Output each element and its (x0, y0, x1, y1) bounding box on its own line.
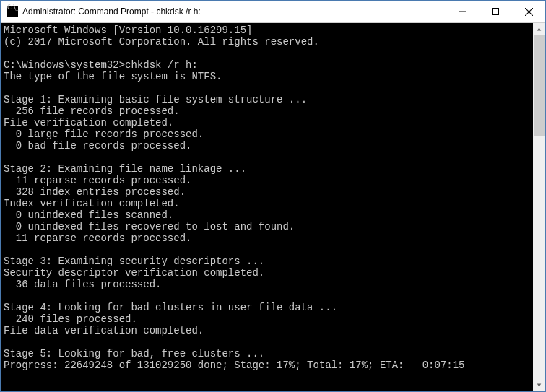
svg-rect-1 (493, 9, 499, 15)
cmd-icon (6, 6, 18, 17)
scrollbar[interactable] (533, 23, 545, 391)
maximize-button[interactable] (479, 1, 512, 22)
scroll-down-button[interactable] (533, 379, 545, 391)
svg-marker-4 (537, 27, 542, 30)
terminal-area: Microsoft Windows [Version 10.0.16299.15… (1, 23, 545, 391)
minimize-button[interactable] (446, 1, 479, 22)
titlebar[interactable]: Administrator: Command Prompt - chkdsk /… (1, 1, 545, 23)
window-controls (446, 1, 545, 22)
close-button[interactable] (512, 1, 545, 22)
scroll-track[interactable] (533, 35, 545, 379)
svg-marker-5 (537, 383, 542, 386)
scroll-thumb[interactable] (534, 35, 545, 136)
command-prompt-window: Administrator: Command Prompt - chkdsk /… (0, 0, 546, 392)
terminal-output[interactable]: Microsoft Windows [Version 10.0.16299.15… (1, 23, 533, 391)
scroll-up-button[interactable] (533, 23, 545, 35)
window-title: Administrator: Command Prompt - chkdsk /… (22, 6, 446, 17)
